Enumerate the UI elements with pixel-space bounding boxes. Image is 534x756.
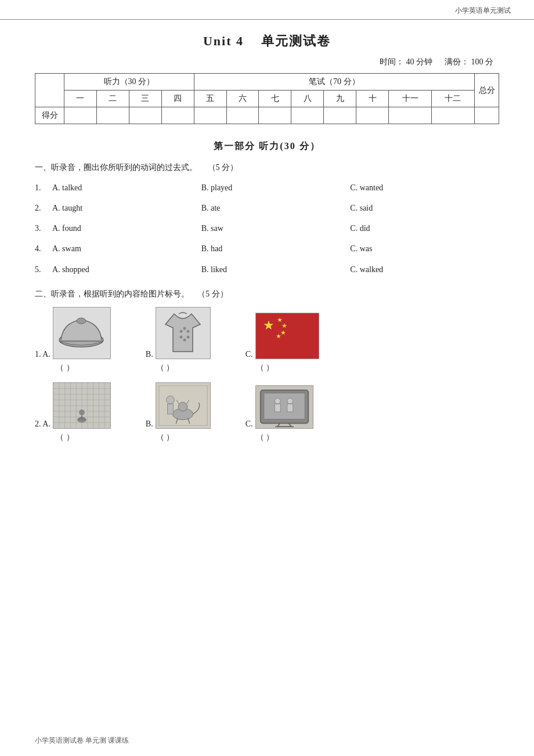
score-6 xyxy=(226,107,259,124)
score-row-label: 得分 xyxy=(35,107,64,124)
img-1b-bracket: （ ） xyxy=(156,363,175,373)
score-3 xyxy=(129,107,161,124)
col-12: 十二 xyxy=(431,91,474,107)
image-row2: 2. A. xyxy=(35,382,499,443)
q3-b: B. saw xyxy=(201,221,351,236)
img-2c: C. xyxy=(246,385,313,443)
q4-a: A. swam xyxy=(52,241,201,256)
img-2a: 2. A. xyxy=(35,382,111,443)
q1-row: 1. A. talked B. played C. wanted xyxy=(35,180,499,195)
img-1c-label: C. xyxy=(246,350,253,359)
q5-b: B. liked xyxy=(201,262,351,277)
part1-header: 第一部分 听力(30 分） xyxy=(35,140,499,153)
q1-a: A. talked xyxy=(52,180,201,195)
svg-point-4 xyxy=(183,327,186,330)
cap-icon xyxy=(54,308,109,357)
score-1 xyxy=(64,107,97,124)
svg-rect-41 xyxy=(167,404,173,414)
img-1b: B. （ ） xyxy=(146,307,211,373)
scene2a-icon xyxy=(53,382,110,429)
q3-row: 3. A. found B. saw C. did xyxy=(35,221,499,236)
img-1a-label: 1. A. xyxy=(35,350,50,359)
img-2a-label: 2. A. xyxy=(35,419,50,429)
score-value: 100 分 xyxy=(471,57,494,66)
svg-point-27 xyxy=(79,409,85,415)
time-value: 40 分钟 xyxy=(406,57,433,66)
q4-b: B. had xyxy=(201,241,351,256)
header-label: 小学英语单元测试 xyxy=(455,6,511,15)
svg-point-3 xyxy=(180,330,183,333)
q1-num: 1. xyxy=(35,180,52,195)
img-2b-bracket: （ ） xyxy=(156,432,175,443)
section1-title: 一、听录音，圈出你所听到的动词的过去式。 （5 分） xyxy=(35,161,499,175)
svg-point-40 xyxy=(166,396,174,404)
svg-point-48 xyxy=(275,398,280,404)
score-10 xyxy=(356,107,389,124)
img-1c-bracket: （ ） xyxy=(256,363,275,373)
svg-rect-44 xyxy=(264,393,305,419)
page-footer: 小学英语测试卷 单元测 课课练 xyxy=(35,736,129,746)
col-7: 七 xyxy=(259,91,291,107)
score-5 xyxy=(194,107,226,124)
footer-text: 小学英语测试卷 单元测 课课练 xyxy=(35,736,129,744)
writing-header: 笔试（70 分） xyxy=(194,74,474,91)
col-2: 二 xyxy=(96,91,129,107)
svg-rect-49 xyxy=(275,404,280,412)
q5-a: A. shopped xyxy=(52,262,201,277)
img-1a-bracket: （ ） xyxy=(56,363,74,373)
q2-a: A. taught xyxy=(52,201,201,215)
col-8: 八 xyxy=(291,91,324,107)
q5-c: C. walked xyxy=(350,262,499,277)
img-2b: B. xyxy=(146,382,211,443)
score-total xyxy=(475,107,499,124)
score-4 xyxy=(161,107,194,124)
main-title: Unit 4 单元测试卷 xyxy=(203,34,331,48)
score-table: 听力（30 分） 笔试（70 分） 总分 一 二 三 四 五 六 七 八 九 十… xyxy=(35,73,499,124)
svg-point-5 xyxy=(187,330,190,333)
q2-c: C. said xyxy=(350,201,499,215)
section2-title: 二、听录音，根据听到的内容给图片标号。 （5 分） xyxy=(35,287,499,301)
col-5: 五 xyxy=(194,91,226,107)
score-9 xyxy=(324,107,356,124)
q4-num: 4. xyxy=(35,241,52,256)
col-1: 一 xyxy=(64,91,97,107)
section1-text: 一、听录音，圈出你所听到的动词的过去式。 xyxy=(35,163,197,172)
q3-c: C. did xyxy=(350,221,499,236)
score-7 xyxy=(259,107,291,124)
q4-c: C. was xyxy=(350,241,499,256)
total-header: 总分 xyxy=(475,74,499,107)
score-11 xyxy=(389,107,432,124)
section2-score: （5 分） xyxy=(197,290,228,298)
col-11: 十一 xyxy=(389,91,432,107)
img-2a-bracket: （ ） xyxy=(56,432,74,443)
score-2 xyxy=(96,107,129,124)
score-8 xyxy=(291,107,324,124)
q2-num: 2. xyxy=(35,201,52,215)
score-label: 满份： xyxy=(445,57,469,66)
unit-label: Unit 4 xyxy=(203,34,244,48)
svg-point-6 xyxy=(180,336,183,339)
svg-point-35 xyxy=(178,402,187,411)
q3-num: 3. xyxy=(35,221,52,236)
svg-rect-51 xyxy=(287,404,293,412)
score-12 xyxy=(431,107,474,124)
q1-c: C. wanted xyxy=(350,180,499,195)
listening-header: 听力（30 分） xyxy=(64,74,194,91)
time-info: 时间： 40 分钟 满份： 100 分 xyxy=(35,57,493,67)
q1-b: B. played xyxy=(201,180,351,195)
section1-score: （5 分） xyxy=(208,163,239,172)
page-header: 小学英语单元测试 xyxy=(0,0,534,20)
col-3: 三 xyxy=(129,91,161,107)
q5-row: 5. A. shopped B. liked C. walked xyxy=(35,262,499,277)
col-9: 九 xyxy=(324,91,356,107)
q2-row: 2. A. taught B. ate C. said xyxy=(35,201,499,215)
col-6: 六 xyxy=(226,91,259,107)
scene2c-icon xyxy=(256,385,313,429)
img-2c-bracket: （ ） xyxy=(256,432,275,443)
time-label: 时间： xyxy=(380,57,404,66)
q2-b: B. ate xyxy=(201,201,351,215)
svg-point-8 xyxy=(187,336,190,339)
q3-a: A. found xyxy=(52,221,201,236)
section2-text: 二、听录音，根据听到的内容给图片标号。 xyxy=(35,290,189,298)
scene2b-icon xyxy=(156,382,210,429)
